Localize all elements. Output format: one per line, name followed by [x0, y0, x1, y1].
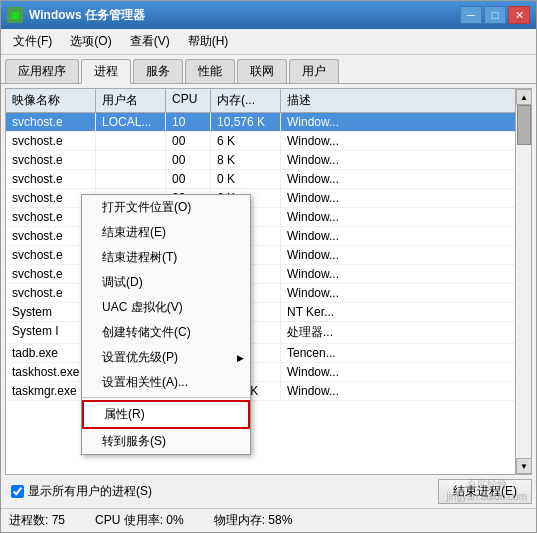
cell-desc: Window...	[281, 132, 531, 150]
tab-bar: 应用程序 进程 服务 性能 联网 用户	[1, 55, 536, 84]
col-username[interactable]: 用户名	[96, 89, 166, 112]
cell-desc: Window...	[281, 113, 531, 131]
menu-help[interactable]: 帮助(H)	[180, 31, 237, 52]
cpu-usage: CPU 使用率: 0%	[95, 512, 184, 529]
show-all-users-row: 显示所有用户的进程(S)	[5, 479, 158, 504]
tab-performance[interactable]: 性能	[185, 59, 235, 83]
context-menu: 打开文件位置(O)结束进程(E)结束进程树(T)调试(D)UAC 虚拟化(V)创…	[81, 194, 251, 455]
cell-desc: Window...	[281, 208, 531, 226]
col-memory[interactable]: 内存(...	[211, 89, 281, 112]
table-row[interactable]: svchost.e 00 8 K Window...	[6, 151, 531, 170]
cell-desc: Window...	[281, 151, 531, 169]
process-count: 进程数: 75	[9, 512, 65, 529]
context-menu-item-3[interactable]: 调试(D)	[82, 270, 250, 295]
context-menu-item-1[interactable]: 结束进程(E)	[82, 220, 250, 245]
cell-mem: 10,576 K	[211, 113, 281, 131]
menu-file[interactable]: 文件(F)	[5, 31, 60, 52]
menu-view[interactable]: 查看(V)	[122, 31, 178, 52]
context-menu-item-7[interactable]: 设置相关性(A)...	[82, 370, 250, 395]
minimize-button[interactable]: ─	[460, 6, 482, 24]
cell-mem: 6 K	[211, 132, 281, 150]
cell-desc: Window...	[281, 246, 531, 264]
context-menu-item-4[interactable]: UAC 虚拟化(V)	[82, 295, 250, 320]
window-icon: ▦	[7, 7, 23, 23]
table-row[interactable]: svchost.e 00 6 K Window...	[6, 132, 531, 151]
cell-cpu: 00	[166, 151, 211, 169]
cell-name: svchost.e	[6, 113, 96, 131]
scroll-down-arrow[interactable]: ▼	[516, 458, 532, 474]
cell-user: LOCAL...	[96, 113, 166, 131]
title-bar-buttons: ─ □ ✕	[460, 6, 530, 24]
close-button[interactable]: ✕	[508, 6, 530, 24]
context-menu-item-9[interactable]: 转到服务(S)	[82, 429, 250, 454]
cell-mem: 8 K	[211, 151, 281, 169]
physical-memory: 物理内存: 58%	[214, 512, 293, 529]
tab-networking[interactable]: 联网	[237, 59, 287, 83]
watermark: 百度经验 jingyan.baidu.com	[446, 477, 527, 503]
scrollbar[interactable]: ▲ ▼	[515, 89, 531, 474]
cell-name: svchost.e	[6, 132, 96, 150]
tab-processes[interactable]: 进程	[81, 59, 131, 84]
watermark-line1: 百度经验	[446, 477, 527, 490]
table-header: 映像名称 用户名 CPU 内存(... 描述	[6, 89, 531, 113]
cell-user	[96, 170, 166, 188]
context-menu-item-2[interactable]: 结束进程树(T)	[82, 245, 250, 270]
menu-bar: 文件(F) 选项(O) 查看(V) 帮助(H)	[1, 29, 536, 55]
cell-desc: Tencen...	[281, 344, 531, 362]
cell-desc: NT Ker...	[281, 303, 531, 321]
context-menu-item-6[interactable]: 设置优先级(P)	[82, 345, 250, 370]
cell-user	[96, 151, 166, 169]
cell-desc: Window...	[281, 170, 531, 188]
col-image-name[interactable]: 映像名称	[6, 89, 96, 112]
show-all-users-label: 显示所有用户的进程(S)	[28, 483, 152, 500]
tab-applications[interactable]: 应用程序	[5, 59, 79, 83]
window-title: Windows 任务管理器	[29, 7, 454, 24]
cell-desc: Window...	[281, 227, 531, 245]
cell-desc: Window...	[281, 189, 531, 207]
col-cpu[interactable]: CPU	[166, 89, 211, 112]
cell-desc: Window...	[281, 265, 531, 283]
watermark-line2: jingyan.baidu.com	[446, 490, 527, 503]
context-menu-separator	[82, 397, 250, 398]
cell-desc: Window...	[281, 284, 531, 302]
cell-cpu: 00	[166, 132, 211, 150]
cell-user	[96, 132, 166, 150]
show-all-users-checkbox[interactable]	[11, 485, 24, 498]
maximize-button[interactable]: □	[484, 6, 506, 24]
title-bar: ▦ Windows 任务管理器 ─ □ ✕	[1, 1, 536, 29]
main-content: 映像名称 用户名 CPU 内存(... 描述 svchost.e LOCAL..…	[1, 84, 536, 508]
cell-desc: Window...	[281, 363, 531, 381]
context-menu-item-8[interactable]: 属性(R)	[82, 400, 250, 429]
context-menu-item-0[interactable]: 打开文件位置(O)	[82, 195, 250, 220]
scroll-up-arrow[interactable]: ▲	[516, 89, 532, 105]
cell-name: svchost.e	[6, 170, 96, 188]
cell-desc: Window...	[281, 382, 531, 400]
status-bar: 进程数: 75 CPU 使用率: 0% 物理内存: 58%	[1, 508, 536, 532]
col-description[interactable]: 描述	[281, 89, 531, 112]
table-row[interactable]: svchost.e LOCAL... 10 10,576 K Window...	[6, 113, 531, 132]
cell-cpu: 00	[166, 170, 211, 188]
cell-mem: 0 K	[211, 170, 281, 188]
tab-users[interactable]: 用户	[289, 59, 339, 83]
menu-options[interactable]: 选项(O)	[62, 31, 119, 52]
task-manager-window: ▦ Windows 任务管理器 ─ □ ✕ 文件(F) 选项(O) 查看(V) …	[0, 0, 537, 533]
cell-desc: 处理器...	[281, 322, 531, 343]
cell-name: svchost.e	[6, 151, 96, 169]
cell-cpu: 10	[166, 113, 211, 131]
context-menu-item-5[interactable]: 创建转储文件(C)	[82, 320, 250, 345]
table-row[interactable]: svchost.e 00 0 K Window...	[6, 170, 531, 189]
scroll-thumb[interactable]	[517, 105, 531, 145]
tab-services[interactable]: 服务	[133, 59, 183, 83]
